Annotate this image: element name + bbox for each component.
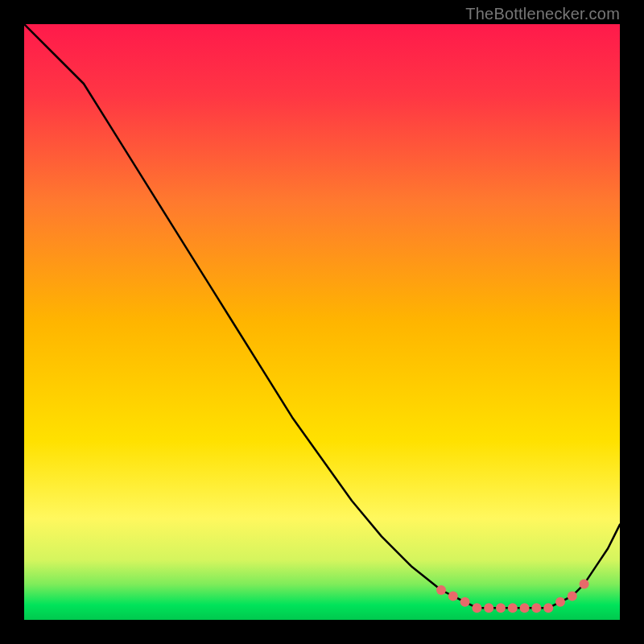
marker-dot (531, 603, 541, 613)
marker-dot (508, 603, 518, 613)
marker-dot (568, 591, 577, 601)
marker-dot (496, 603, 506, 613)
marker-dot (484, 603, 493, 613)
marker-dot (555, 597, 565, 607)
marker-dot (472, 603, 481, 613)
watermark-text: TheBottlenecker.com (465, 5, 620, 23)
marker-dot (520, 603, 530, 613)
marker-dot (436, 585, 446, 595)
marker-dot (460, 597, 470, 607)
marker-dot (448, 591, 458, 601)
chart-frame: TheBottlenecker.com (0, 0, 644, 644)
bottleneck-chart (24, 24, 620, 620)
marker-dot (543, 603, 553, 613)
marker-dot (580, 580, 589, 589)
gradient-background (24, 24, 620, 620)
